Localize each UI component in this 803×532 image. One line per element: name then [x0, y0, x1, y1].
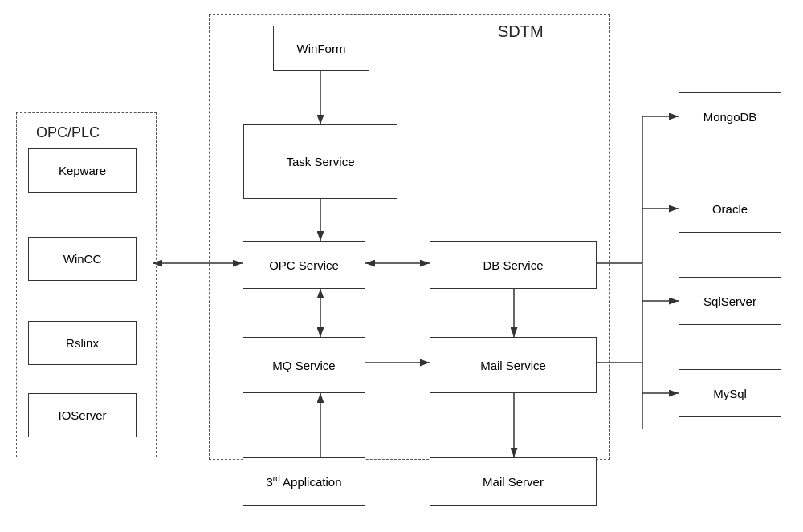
rslinx-box: Rslinx [28, 321, 137, 365]
db-service-box: DB Service [430, 241, 597, 289]
mysql-box: MySql [679, 369, 781, 417]
diagram: OPC/PLC SDTM WinForm Task Service OPC Se… [0, 0, 803, 532]
task-service-box: Task Service [243, 124, 397, 199]
sqlserver-box: SqlServer [679, 277, 781, 325]
opc-plc-label: OPC/PLC [36, 124, 100, 141]
third-app-box: 3rd Application [243, 457, 365, 506]
mongodb-box: MongoDB [679, 92, 781, 140]
third-app-label: 3rd Application [267, 474, 342, 489]
opc-service-box: OPC Service [243, 241, 365, 289]
winform-box: WinForm [273, 26, 369, 71]
mq-service-box: MQ Service [243, 337, 365, 393]
sdtm-label: SDTM [498, 22, 544, 41]
mail-server-box: Mail Server [430, 457, 597, 506]
oracle-box: Oracle [679, 185, 781, 233]
kepware-box: Kepware [28, 148, 137, 193]
ioserver-box: IOServer [28, 393, 137, 437]
wincc-box: WinCC [28, 237, 137, 281]
mail-service-box: Mail Service [430, 337, 597, 393]
